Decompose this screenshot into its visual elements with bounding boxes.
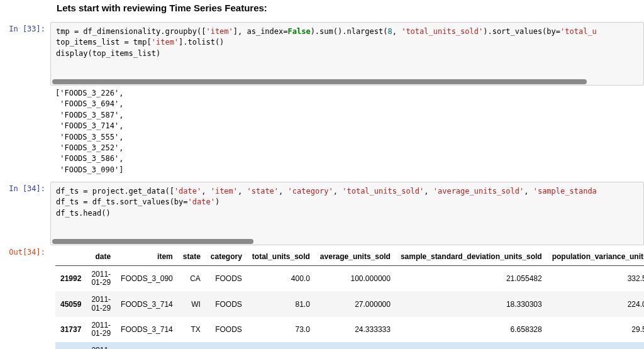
cell-state: CA [178,342,206,349]
cell-total: 73.0 [247,317,315,342]
dataframe-output: date item state category total_units_sol… [50,248,644,349]
code-token: , [424,187,433,196]
col-header: category [206,248,247,266]
code-token: 'item' [211,187,238,196]
row-index: 879 [55,342,86,349]
table-row: 219922011-01-29FOODS_3_090CAFOODS400.010… [55,266,644,292]
col-header: sample_standard_deviation_units_sold [396,248,547,266]
code-token: , [238,187,247,196]
code-token: 'date' [188,197,215,206]
input-prompt: In [34]: [0,182,50,245]
code-token: 'item' [152,38,179,47]
code-token: tmp [56,27,74,36]
cell-date: 2011-01-29 [86,291,116,316]
cell-category: FOODS [206,317,247,342]
col-header: average_units_sold [315,248,396,266]
cell-total: 400.0 [247,266,315,292]
code-token: df_ts [56,187,83,196]
code-token: 'state' [247,187,279,196]
code-token: 'item' [206,27,233,36]
code-token: df_ts.head() [56,209,111,218]
code-input-area[interactable]: tmp = df_dimensionality.groupby(['item']… [50,22,644,86]
cell-state: WI [178,291,206,316]
empty-prompt [0,86,50,178]
table-row: 8792011-01-29FOODS_3_714CAFOODS84.021.00… [55,342,644,349]
col-header: population_variance_units_sold [547,248,644,266]
cell-pvar: 224.000000 [547,291,644,316]
code-cell-34: In [34]: df_ts = project.get_data(['date… [0,182,644,245]
col-header: date [86,248,116,266]
row-index: 45059 [55,291,86,316]
col-header: total_units_sold [247,248,315,266]
cell-item: FOODS_3_714 [116,342,178,349]
code-token: ).sort_values(by [483,27,556,36]
code-token: , [524,187,533,196]
section-heading: Lets start with reviewing Time Series Fe… [57,0,644,13]
horizontal-scrollbar[interactable] [52,79,587,84]
code-token: , [392,27,401,36]
code-token: , [279,187,287,196]
code-token: 8 [387,27,392,36]
code-token: 'total_u [560,27,597,36]
cell-pvar: 29.555556 [547,317,644,342]
code-cell-33: In [33]: tmp = df_dimensionality.groupby… [0,22,644,86]
code-token: ].tolist() [179,38,224,47]
cell-avg: 100.000000 [315,266,396,292]
cell-sstd: 6.658328 [396,317,547,342]
cell-state: TX [178,317,206,342]
code-token: , [201,187,210,196]
horizontal-scrollbar[interactable] [52,239,253,244]
table-row: 317372011-01-29FOODS_3_714TXFOODS73.024.… [55,317,644,342]
cell-category: FOODS [206,342,247,349]
code-token: project.get_data([ [88,187,174,196]
cell-avg: 21.00000 [315,342,396,349]
code-token: False [288,27,311,36]
cell-category: FOODS [206,266,247,292]
code-input-area[interactable]: df_ts = project.get_data(['date', 'item'… [50,182,644,245]
cell-date: 2011-01-29 [86,317,116,342]
code-token: = [83,187,87,196]
code-token: 'date' [174,187,201,196]
dataframe-table: date item state category total_units_sol… [55,248,644,349]
code-token: top_items_list [56,38,124,47]
code-token: 'total_units_sold' [342,187,424,196]
col-header: state [178,248,206,266]
code-token: = [183,197,187,206]
code-token: , [333,187,342,196]
row-index: 31737 [55,317,86,342]
code-token: ).sum().nlargest( [311,27,388,36]
code-token: = [83,197,87,206]
code-token: ) [215,197,219,206]
cell-pvar: 332.500000 [547,266,644,292]
code-token: df_ts.sort_values(by [88,197,184,206]
cell-sstd: 21.055482 [396,266,547,292]
input-prompt: In [33]: [0,22,50,86]
cell-pvar: 282.500000 [547,342,644,349]
code-token: df_dimensionality.groupby([ [79,27,206,36]
cell-total: 81.0 [247,291,315,316]
cell-item: FOODS_3_090 [116,266,178,292]
cell-avg: 24.333333 [315,317,396,342]
col-header: item [116,248,178,266]
code-token: = [283,27,287,36]
table-header-row: date item state category total_units_sol… [55,248,644,266]
code-token: 'total_units_sold' [401,27,483,36]
code-token: 'category' [288,187,333,196]
stdout-output: ['FOODS_3_226', 'FOODS_3_694', 'FOODS_3_… [50,86,644,178]
output-prompt: Out[34]: [0,245,50,349]
cell-category: FOODS [206,291,247,316]
code-token: tmp[ [129,38,152,47]
output-cell-34: Out[34]: date item state category total_… [0,245,644,349]
cell-date: 2011-01-29 [86,266,116,292]
index-header [55,248,86,266]
code-token: ], as_index [233,27,283,36]
code-token: display(top_items_list) [56,49,160,58]
code-token: = [124,38,128,47]
table-row: 450592011-01-29FOODS_3_714WIFOODS81.027.… [55,291,644,316]
code-token: 'average_units_sold' [433,187,525,196]
cell-state: CA [178,266,206,292]
cell-sstd: 18.330303 [396,291,547,316]
code-token: = [556,27,560,36]
cell-item: FOODS_3_714 [116,317,178,342]
output-cell-33: ['FOODS_3_226', 'FOODS_3_694', 'FOODS_3_… [0,86,644,178]
